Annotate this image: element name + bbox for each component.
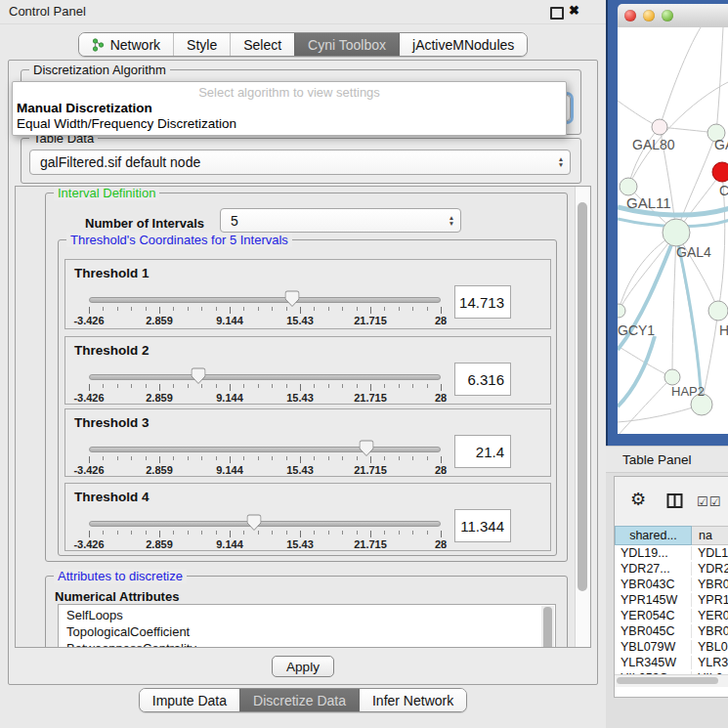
cell-name: YLR3 <box>692 656 728 669</box>
slider-handle[interactable] <box>360 440 374 457</box>
tab-discretize-data[interactable]: Discretize Data <box>239 689 359 711</box>
table-row[interactable]: YBL079WYBL0 <box>615 639 728 655</box>
mac-minimize-button[interactable] <box>643 10 655 21</box>
table-row[interactable]: YPR145WYPR1 <box>615 592 728 608</box>
slider-track[interactable] <box>89 374 441 380</box>
numerical-attributes-list: SelfLoopsTopologicalCoefficientBetweenne… <box>58 604 556 648</box>
screen: Control Panel ✖ Network Style Sel <box>0 0 728 728</box>
threshold-4-slider: -3.4262.8599.14415.4321.71528 <box>89 513 441 550</box>
float-window-icon[interactable] <box>550 7 564 20</box>
slider-handle[interactable] <box>284 290 299 308</box>
table-panel-header: Table Panel <box>606 446 728 473</box>
cell-name: YDL1 <box>692 546 728 560</box>
cell-shared-name: YLR345W <box>615 656 692 669</box>
slider-track[interactable] <box>89 297 441 303</box>
attribute-list-items[interactable]: SelfLoopsTopologicalCoefficientBetweenne… <box>59 605 555 648</box>
node-label-gal4: GAL4 <box>676 244 711 260</box>
tab-impute-data[interactable]: Impute Data <box>140 689 239 711</box>
cell-shared-name: YDR27... <box>615 562 692 576</box>
node-red-selected <box>712 162 728 182</box>
dropdown-option-equal-width-frequency[interactable]: Equal Width/Frequency Discretization <box>17 116 236 131</box>
table-data-combobox-value: galFiltered.sif default node <box>30 154 552 170</box>
threshold-1-value-field[interactable] <box>454 285 511 319</box>
table-data-group: Table Data galFiltered.sif default node … <box>21 138 581 184</box>
threshold-4-label: Threshold 4 <box>74 490 150 504</box>
slider-track[interactable] <box>89 447 441 452</box>
settings-vertical-scrollbar[interactable] <box>575 187 590 647</box>
attributes-to-discretize-group: Attributes to discretize Numerical Attri… <box>45 576 568 648</box>
table-horizontal-scrollbar[interactable] <box>615 674 728 687</box>
threshold-2-slider: -3.4262.8599.14415.4321.71528 <box>89 366 441 404</box>
threshold-3-slider: -3.4262.8599.14415.4321.71528 <box>89 439 441 476</box>
column-header-name[interactable]: na <box>692 526 728 545</box>
tab-select[interactable]: Select <box>230 33 294 56</box>
table-data-combobox[interactable]: galFiltered.sif default node ▲▼ <box>29 150 571 175</box>
network-view-window: GAL80 GA C GAL11 GAL4 GCY1 H HAP2 <box>606 0 728 446</box>
columns-icon[interactable] <box>666 492 683 509</box>
cell-shared-name: YPR145W <box>615 593 692 607</box>
slider-tick-labels: -3.4262.8599.14415.4321.71528 <box>89 464 441 476</box>
table-row[interactable]: YLR345WYLR3 <box>615 655 728 670</box>
scrollbar-thumb[interactable] <box>578 202 587 591</box>
scrollbar-thumb[interactable] <box>617 677 718 684</box>
threshold-3-panel: Threshold 3 -3.4262.8599.14415.4321.7152… <box>64 408 551 477</box>
gear-icon[interactable]: ⚙ <box>630 489 646 510</box>
cell-shared-name: YBR043C <box>615 578 692 591</box>
number-of-intervals-value: 5 <box>221 213 443 229</box>
table-panel: ⚙ ☑☑ shared... na YDL19...YDL1 YDR27...Y… <box>614 476 728 698</box>
table-row[interactable]: YBR045CYBR0 <box>615 623 728 639</box>
tab-impute-data-label: Impute Data <box>152 693 227 708</box>
threshold-2-panel: Threshold 2 -3.4262.8599.14415.4321.7152… <box>64 336 551 405</box>
cell-name: YBL0 <box>692 640 728 654</box>
column-header-shared-name[interactable]: shared... <box>615 526 692 545</box>
dropdown-option-manual-discretization[interactable]: Manual Discretization <box>17 101 152 115</box>
tab-style[interactable]: Style <box>173 33 230 56</box>
control-panel-titlebar: Control Panel ✖ <box>0 0 606 24</box>
attribute-list-scrollbar[interactable] <box>541 606 554 648</box>
table-header-row: shared... na <box>615 526 728 545</box>
tab-network-label: Network <box>110 37 160 53</box>
threshold-3-label: Threshold 3 <box>74 415 150 430</box>
node-label-gal11: GAL11 <box>626 194 671 211</box>
apply-button[interactable]: Apply <box>272 656 334 677</box>
cell-name: YBR0 <box>692 578 728 591</box>
table-row[interactable]: YER054CYER0 <box>615 608 728 623</box>
network-icon <box>92 38 105 52</box>
node-label-hap2: HAP2 <box>671 384 705 399</box>
tab-jactivemnodules-label: jActiveMNodules <box>412 37 514 53</box>
mac-close-button[interactable] <box>624 10 636 21</box>
threshold-3-value-field[interactable] <box>454 435 511 468</box>
bottom-tab-bar: Impute Data Discretize Data Infer Networ… <box>0 688 606 712</box>
tab-cyni-toolbox[interactable]: Cyni Toolbox <box>294 33 399 56</box>
threshold-4-value-field[interactable] <box>454 509 511 542</box>
threshold-2-value-field[interactable] <box>454 363 511 396</box>
scrollbar-thumb[interactable] <box>543 607 552 648</box>
network-window-titlebar <box>618 4 728 28</box>
checkbox-icons[interactable]: ☑☑ <box>697 494 721 509</box>
cell-name: YER0 <box>692 609 728 622</box>
top-tab-group: Network Style Select Cyni Toolbox jActiv… <box>78 32 529 57</box>
slider-handle[interactable] <box>191 367 205 385</box>
node-gcy1 <box>618 304 625 318</box>
number-of-intervals-combobox[interactable]: 5 ▲▼ <box>220 208 461 233</box>
tab-network[interactable]: Network <box>79 33 173 56</box>
table-row[interactable]: YBR043CYBR0 <box>615 577 728 592</box>
tab-cyni-toolbox-label: Cyni Toolbox <box>308 37 386 53</box>
tab-infer-network[interactable]: Infer Network <box>359 689 466 711</box>
table-toolbar: ⚙ ☑☑ <box>615 477 728 526</box>
tab-jactivemnodules[interactable]: jActiveMNodules <box>399 33 527 56</box>
cell-shared-name: YBL079W <box>615 640 692 654</box>
top-tab-bar: Network Style Select Cyni Toolbox jActiv… <box>0 32 606 57</box>
table-row[interactable]: YDL19...YDL1 <box>615 545 728 561</box>
network-canvas[interactable]: GAL80 GA C GAL11 GAL4 GCY1 H HAP2 <box>618 27 728 434</box>
table-row[interactable]: YDR27...YDR2 <box>615 561 728 577</box>
slider-handle[interactable] <box>247 514 262 532</box>
tab-infer-network-label: Infer Network <box>372 693 453 708</box>
combo-stepper-icon: ▲▼ <box>443 215 460 227</box>
mac-zoom-button[interactable] <box>662 10 673 21</box>
network-graph: GAL80 GA C GAL11 GAL4 GCY1 H HAP2 <box>618 27 728 434</box>
threshold-1-label: Threshold 1 <box>74 266 150 280</box>
control-panel-title: Control Panel <box>9 4 86 19</box>
slider-track[interactable] <box>89 521 441 527</box>
close-icon[interactable]: ✖ <box>569 3 579 18</box>
